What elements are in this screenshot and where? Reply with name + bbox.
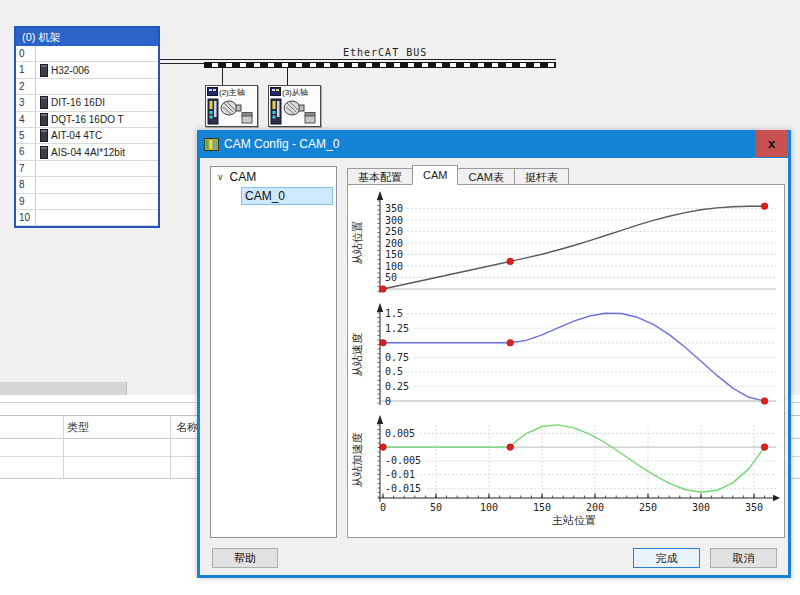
svg-text:0.75: 0.75: [385, 352, 409, 363]
rack-row[interactable]: 8: [16, 177, 158, 193]
slot-number: 1: [16, 62, 36, 77]
slot-number: 2: [16, 79, 36, 94]
slot-number: 0: [16, 46, 36, 61]
rack-row[interactable]: 7: [16, 161, 158, 177]
svg-text:0: 0: [380, 502, 386, 513]
drive-motor-icon: [207, 98, 256, 130]
svg-text:300: 300: [385, 215, 403, 226]
svg-text:100: 100: [385, 261, 403, 272]
rack-row[interactable]: 5AIT-04 4TC: [16, 128, 158, 144]
slot-module: DIT-16 16DI: [36, 96, 105, 109]
slot-module: AIT-04 4TC: [36, 129, 102, 142]
slot-number: 6: [16, 144, 36, 159]
svg-text:0: 0: [385, 396, 391, 407]
rack-bus-connector: [160, 63, 205, 64]
svg-text:从站位置: 从站位置: [351, 221, 363, 265]
cancel-button[interactable]: 取消: [710, 548, 777, 568]
svg-text:0.5: 0.5: [385, 366, 403, 377]
ethercat-bus-rail: [160, 59, 556, 60]
svg-text:200: 200: [586, 502, 604, 513]
svg-text:0.005: 0.005: [385, 428, 415, 439]
rack-row[interactable]: 0: [16, 46, 158, 62]
slot-number: 4: [16, 112, 36, 127]
svg-text:50: 50: [385, 272, 397, 283]
module-icon: [40, 113, 48, 126]
slot-number: 8: [16, 177, 36, 192]
svg-text:150: 150: [533, 502, 551, 513]
slot-number: 7: [16, 161, 36, 176]
rack-row[interactable]: 1H32-006: [16, 62, 158, 78]
tab-tappet-table[interactable]: 挺杆表: [514, 168, 569, 185]
tab-cam[interactable]: CAM: [412, 165, 458, 185]
table-col-type: 类型: [67, 420, 89, 435]
node-drop-line: [222, 68, 223, 85]
background-toolbar-strip: [0, 382, 127, 395]
slot-module: AIS-04 4AI*12bit: [36, 146, 125, 159]
node-label: (3)从轴: [282, 88, 308, 97]
rack-row[interactable]: 9: [16, 194, 158, 210]
column-divider: [63, 416, 64, 478]
svg-text:从站速度: 从站速度: [351, 333, 363, 377]
svg-text:-0.01: -0.01: [385, 469, 415, 480]
ethercat-bus-label: EtherCAT BUS: [343, 47, 427, 58]
table-col-name: 名称: [176, 420, 198, 435]
tree-root-label: CAM: [230, 170, 257, 184]
slot-number: 5: [16, 128, 36, 143]
tree-item-cam[interactable]: ∨ CAM: [211, 167, 336, 186]
svg-text:1.25: 1.25: [385, 323, 409, 334]
svg-text:主站位置: 主站位置: [552, 514, 596, 526]
module-icon: [40, 96, 48, 109]
dialog-title: CAM Config - CAM_0: [224, 137, 339, 151]
slot-number: 3: [16, 95, 36, 110]
node-drop-line: [287, 68, 288, 85]
coupler-icon: [270, 87, 281, 98]
rack-row[interactable]: 3DIT-16 16DI: [16, 95, 158, 111]
slot-module: H32-006: [36, 64, 89, 77]
drive-motor-icon: [270, 98, 319, 130]
rack-panel[interactable]: (0) 机架 01H32-00623DIT-16 16DI4DQT-16 16D…: [14, 26, 160, 228]
svg-text:200: 200: [385, 238, 403, 249]
rack-row[interactable]: 2: [16, 79, 158, 95]
cam-config-dialog: CAM Config - CAM_0 x ∨ CAM CAM_0 基本配置CAM…: [197, 130, 791, 578]
svg-text:-0.005: -0.005: [385, 455, 421, 466]
module-label: DIT-16 16DI: [51, 97, 105, 108]
module-label: DQT-16 16DO T: [51, 114, 124, 125]
svg-text:从站加速度: 从站加速度: [351, 433, 363, 488]
close-button[interactable]: x: [755, 130, 788, 157]
module-label: H32-006: [51, 65, 89, 76]
node-master-axis[interactable]: (2)主轴: [205, 85, 258, 127]
rack-row[interactable]: 6AIS-04 4AI*12bit: [16, 144, 158, 160]
svg-text:1.5: 1.5: [385, 308, 403, 319]
coupler-icon: [207, 87, 218, 98]
module-icon: [40, 64, 48, 77]
svg-text:350: 350: [745, 502, 763, 513]
rack-row[interactable]: 10: [16, 210, 158, 226]
cam-tree[interactable]: ∨ CAM CAM_0: [210, 166, 337, 538]
node-slave-axis[interactable]: (3)从轴: [268, 85, 321, 127]
screen: 类型 名称 (0) 机架 01H32-00623DIT-16 16DI4DQT-…: [0, 0, 800, 595]
help-button[interactable]: 帮助: [212, 548, 278, 568]
dialog-icon: [204, 138, 219, 151]
node-label: (2)主轴: [219, 88, 245, 97]
dialog-titlebar[interactable]: CAM Config - CAM_0 x: [197, 130, 791, 158]
tree-item-cam0[interactable]: CAM_0: [241, 187, 333, 205]
slot-number: 10: [16, 210, 36, 225]
svg-text:250: 250: [639, 502, 657, 513]
rack-row[interactable]: 4DQT-16 16DO T: [16, 112, 158, 128]
svg-text:250: 250: [385, 226, 403, 237]
module-icon: [40, 129, 48, 142]
svg-text:150: 150: [385, 249, 403, 260]
rack-header: (0) 机架: [16, 28, 158, 46]
svg-text:-0.015: -0.015: [385, 483, 421, 494]
slot-number: 9: [16, 194, 36, 209]
tab-strip: 基本配置CAMCAM表挺杆表: [347, 166, 568, 185]
cam-chart-panel: 50100150200250300350从站位置 00.250.50.751.2…: [347, 184, 785, 538]
finish-button[interactable]: 完成: [633, 548, 700, 568]
module-label: AIS-04 4AI*12bit: [51, 147, 125, 158]
module-icon: [40, 146, 48, 159]
tab-basic-config[interactable]: 基本配置: [347, 168, 413, 185]
svg-text:0.25: 0.25: [385, 381, 409, 392]
svg-text:50: 50: [430, 502, 442, 513]
tab-cam-table[interactable]: CAM表: [457, 168, 514, 185]
chevron-down-icon[interactable]: ∨: [217, 172, 224, 182]
